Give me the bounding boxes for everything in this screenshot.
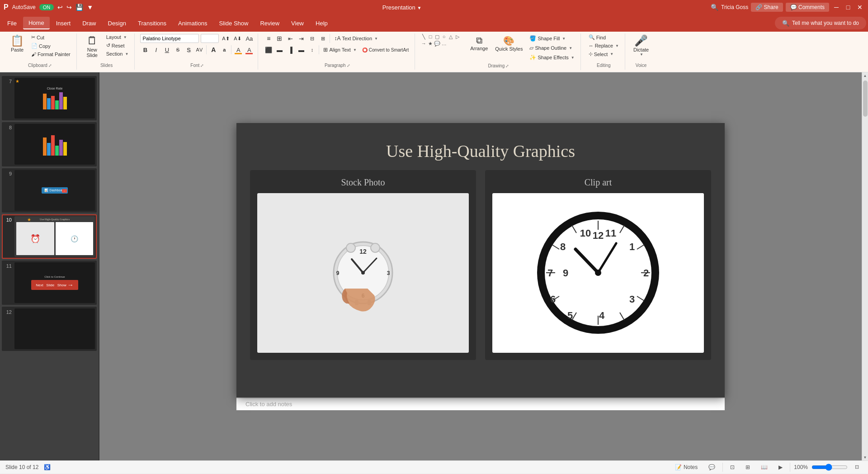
highlight-color-btn[interactable]: A [233,45,243,55]
underline-button[interactable]: U [162,45,172,55]
align-text-button[interactable]: ⊞ Align Text ▼ [321,46,359,54]
align-right-btn[interactable]: ▐ [285,45,295,55]
bullets-btn[interactable]: ≡ [264,33,274,43]
shape-more[interactable]: … [441,40,447,47]
slide-thumb-8[interactable]: 8 [2,122,97,166]
line-spacing-btn[interactable]: ↕ [307,45,317,55]
menu-home[interactable]: Home [23,17,50,29]
menu-design[interactable]: Design [103,17,132,29]
comments-btn[interactable]: 💬 Comments [786,3,829,12]
bold-button[interactable]: B [140,45,150,55]
close-btn[interactable]: ✕ [855,3,864,12]
menu-review[interactable]: Review [255,17,285,29]
menu-draw[interactable]: Draw [77,17,101,29]
menu-help[interactable]: Help [310,17,333,29]
arrange-button[interactable]: ⧉ Arrange [467,33,491,53]
shadow-button[interactable]: S [184,45,193,55]
font-size-up-btn2[interactable]: A [208,45,218,55]
shape-fill-button[interactable]: 🪣 Shape Fill ▼ [527,34,576,43]
font-size-dn-btn2[interactable]: a [219,45,229,55]
minimize-btn[interactable]: ─ [832,3,841,12]
italic-button[interactable]: I [151,45,161,55]
shape-outline-button[interactable]: ▱ Shape Outline ▼ [527,44,576,52]
stock-photo-container[interactable]: 12 3 6 9 [257,193,469,353]
clip-art-container[interactable]: 12 1 2 3 4 5 6 7 8 9 10 11 [492,193,704,353]
slide-sorter-btn[interactable]: ⊞ [742,463,754,471]
shape-callout[interactable]: 💬 [434,40,440,47]
redo-icon[interactable]: ↪ [66,4,72,11]
text-direction-button[interactable]: ↕A Text Direction ▼ [332,34,380,43]
shape-rtri[interactable]: ▷ [454,33,461,40]
copy-button[interactable]: 📄 Copy [29,42,73,50]
slideshow-btn[interactable]: ▶ [775,463,786,471]
menu-view[interactable]: View [286,17,309,29]
scrollbar-thumb[interactable] [863,81,868,117]
format-painter-button[interactable]: 🖌 Format Painter [29,51,73,58]
notes-area[interactable]: Click to add notes [236,398,725,410]
new-slide-button[interactable]: 🗒 New Slide [82,33,102,60]
shape-rect[interactable]: □ [427,33,434,40]
shape-arr[interactable]: → [420,40,427,47]
numbering-btn[interactable]: ⊞ [274,33,284,43]
shape-tri[interactable]: △ [448,33,454,40]
font-expand-icon[interactable]: ⤢ [200,63,204,68]
slide-thumb-10[interactable]: 10 Use High-Quality Graphics ⏰ 🕐 ★ [2,214,97,259]
menu-insert[interactable]: Insert [51,17,76,29]
decrease-indent-btn[interactable]: ⇤ [285,33,295,43]
justify-btn[interactable]: ▬ [296,45,306,55]
notes-button[interactable]: 📝 Notes [671,463,701,471]
shape-rounded[interactable]: ▢ [434,33,440,40]
drawing-expand-icon[interactable]: ⤢ [505,64,509,68]
clipboard-expand-icon[interactable]: ⤢ [48,63,52,68]
col-right-btn[interactable]: ⊞ [318,33,328,43]
menu-transitions[interactable]: Transitions [132,17,172,29]
fit-slide-btn[interactable]: ⊡ [851,463,863,471]
search-bar[interactable]: 🔍 Tell me what you want to do [775,17,866,29]
replace-button[interactable]: ↔ Replace ▼ [586,42,621,49]
comments-status-btn[interactable]: 💬 [705,463,719,471]
normal-view-btn[interactable]: ⊡ [726,463,738,471]
increase-font-btn[interactable]: A⬆ [221,33,231,43]
scroll-up-arrow[interactable]: ▲ [862,72,868,79]
slide-thumb-12[interactable]: 12 [2,307,97,351]
font-color-btn[interactable]: A [244,45,254,55]
shape-oval[interactable]: ○ [441,33,447,40]
zoom-slider[interactable] [811,464,848,471]
layout-button[interactable]: Layout ▼ [104,33,131,41]
restore-btn[interactable]: □ [844,3,853,12]
autosave-toggle[interactable]: ON [39,4,54,10]
quick-styles-button[interactable]: 🎨 Quick Styles [492,33,525,53]
cut-button[interactable]: ✂ Cut [29,33,73,41]
shape-star[interactable]: ★ [427,40,434,47]
reading-view-btn[interactable]: 📖 [757,463,771,471]
strikethrough-button[interactable]: S [173,45,183,55]
find-button[interactable]: 🔍 Find [586,33,621,41]
menu-file[interactable]: File [2,17,22,29]
font-name-input[interactable] [140,34,199,43]
slide-thumb-7[interactable]: 7 Close Rate ★ [2,76,97,120]
menu-animations[interactable]: Animations [173,17,212,29]
align-left-btn[interactable]: ⬛ [264,45,274,55]
ribbon-search-icon[interactable]: 🔍 [711,4,718,11]
align-center-btn[interactable]: ▬ [274,45,284,55]
title-dropdown-icon[interactable]: ▼ [417,5,421,10]
accessibility-icon[interactable]: ♿ [44,464,51,470]
dictate-button[interactable]: 🎤 Dictate ▼ [631,33,651,58]
shape-line[interactable]: ╲ [420,33,427,40]
paste-button[interactable]: 📋 Paste [7,33,27,54]
convert-smartart-button[interactable]: ⭕ Convert to SmartArt [360,47,411,53]
slide-thumb-9[interactable]: 9 📊 Dashboard → [2,168,97,213]
increase-indent-btn[interactable]: ⇥ [296,33,306,43]
save-icon[interactable]: 💾 [75,4,83,11]
slide-thumb-11[interactable]: 11 Click to Continue Next Slide Show → [2,261,97,305]
share-btn[interactable]: 🔗 Share [751,3,783,12]
col-count-btn[interactable]: ⊟ [307,33,317,43]
customize-icon[interactable]: ▼ [87,4,93,11]
clear-format-btn[interactable]: Aa [244,33,254,43]
section-button[interactable]: Section ▼ [104,50,131,57]
reset-button[interactable]: ↺ Reset [104,42,131,49]
select-button[interactable]: ⊹ Select ▼ [586,50,621,58]
menu-slideshow[interactable]: Slide Show [213,17,254,29]
font-size-input[interactable]: 34 [201,34,219,43]
char-spacing-button[interactable]: AV [194,45,204,55]
